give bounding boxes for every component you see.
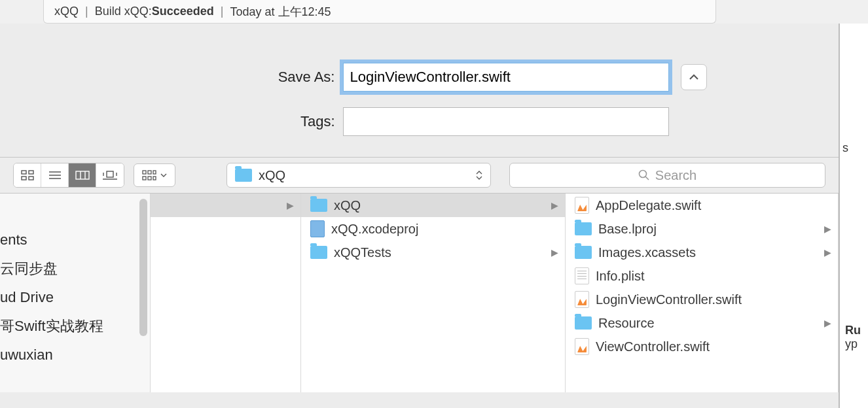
- swift-file-icon: [575, 338, 589, 355]
- arrange-icon: [142, 170, 156, 180]
- plist-file-icon: [575, 267, 589, 284]
- column-3: AppDelegate.swiftBase.lproj▶Images.xcass…: [566, 194, 839, 392]
- file-row[interactable]: Resource▶: [566, 311, 838, 335]
- sidebar-scrollbar[interactable]: [139, 199, 147, 336]
- coverflow-icon: [102, 171, 118, 180]
- build-status-bar: xQQ | Build xQQ: Succeeded | Today at 上午…: [43, 0, 716, 24]
- svg-rect-15: [148, 171, 151, 174]
- svg-rect-16: [153, 171, 156, 174]
- sidebar-item[interactable]: ents: [0, 226, 150, 254]
- column-2: xQQ▶xQQ.xcodeprojxQQTests▶: [301, 194, 566, 392]
- save-as-label: Save As:: [132, 69, 335, 86]
- save-form: Save As: Tags:: [0, 24, 839, 157]
- file-name: ViewController.swift: [596, 339, 710, 354]
- arrange-button[interactable]: [134, 163, 175, 187]
- tags-input[interactable]: [343, 107, 669, 136]
- svg-rect-19: [153, 177, 156, 180]
- svg-rect-2: [22, 177, 26, 180]
- tags-label: Tags:: [132, 113, 335, 130]
- svg-rect-18: [148, 177, 151, 180]
- column-1: ▶: [151, 194, 301, 392]
- search-field[interactable]: Search: [509, 163, 825, 188]
- xcodeproj-icon: [310, 220, 325, 237]
- file-row[interactable]: Images.xcassets▶: [566, 241, 838, 264]
- path-text: xQQ: [259, 168, 469, 183]
- file-row[interactable]: Info.plist: [566, 264, 838, 288]
- file-name: xQQTests: [334, 245, 391, 260]
- svg-rect-3: [29, 177, 33, 180]
- swift-file-icon: [575, 291, 589, 308]
- file-row[interactable]: Base.lproj▶: [566, 217, 838, 241]
- file-row[interactable]: AppDelegate.swift: [566, 194, 838, 217]
- file-name: xQQ: [334, 198, 361, 213]
- stepper-icon: [476, 171, 482, 180]
- folder-icon: [575, 246, 592, 259]
- svg-point-20: [639, 171, 646, 178]
- chevron-down-icon: [160, 173, 167, 177]
- column-row[interactable]: ▶: [151, 194, 300, 217]
- disclosure-arrow-icon: ▶: [551, 247, 558, 258]
- browser-toolbar: xQQ Search: [0, 157, 839, 194]
- sidebar-item[interactable]: ud Drive: [0, 284, 150, 311]
- file-name: LoginViewController.swift: [596, 292, 742, 307]
- inspector-fragment: yp: [842, 337, 868, 351]
- status-project: xQQ: [54, 5, 79, 18]
- grid-icon: [21, 170, 34, 180]
- swift-file-icon: [575, 197, 589, 214]
- svg-rect-7: [76, 171, 89, 179]
- folder-icon: [235, 169, 252, 182]
- column-view-button[interactable]: [69, 163, 96, 187]
- icon-view-button[interactable]: [14, 163, 41, 187]
- svg-rect-1: [29, 171, 33, 174]
- inspector-fragment: Ru: [842, 324, 868, 337]
- folder-icon: [575, 316, 592, 330]
- file-row[interactable]: LoginViewController.swift: [566, 288, 838, 311]
- svg-rect-10: [107, 171, 113, 177]
- separator: |: [85, 5, 88, 18]
- file-row[interactable]: xQQTests▶: [301, 241, 565, 264]
- folder-icon: [310, 246, 327, 259]
- search-icon: [638, 169, 650, 181]
- view-mode-group: [13, 163, 124, 188]
- tags-row: Tags:: [132, 107, 707, 136]
- file-name: Info.plist: [596, 269, 644, 284]
- list-icon: [48, 171, 62, 180]
- list-view-button[interactable]: [41, 163, 69, 187]
- sidebar-item[interactable]: 云同步盘: [0, 254, 150, 284]
- path-popup[interactable]: xQQ: [226, 163, 491, 188]
- folder-icon: [575, 222, 592, 235]
- svg-rect-14: [143, 171, 146, 174]
- sidebar-item[interactable]: 哥Swift实战教程: [0, 311, 150, 341]
- disclosure-arrow-icon: ▶: [824, 247, 831, 258]
- svg-rect-17: [143, 177, 146, 180]
- save-dialog: Save As: Tags:: [0, 24, 839, 408]
- inspector-fragment: s: [840, 141, 868, 155]
- file-name: Resource: [598, 316, 655, 331]
- columns-icon: [75, 171, 90, 180]
- disclosure-arrow-icon: ▶: [824, 318, 831, 328]
- file-row[interactable]: ViewController.swift: [566, 335, 838, 358]
- svg-line-21: [645, 177, 649, 180]
- inspector-panel: s Ru yp: [839, 24, 868, 408]
- disclosure-arrow-icon: ▶: [287, 200, 294, 211]
- file-name: AppDelegate.swift: [596, 198, 701, 213]
- file-name: Images.xcassets: [598, 245, 696, 260]
- svg-rect-0: [22, 171, 26, 174]
- coverflow-view-button[interactable]: [96, 163, 124, 187]
- save-as-input[interactable]: [343, 63, 669, 92]
- disclosure-arrow-icon: ▶: [551, 200, 558, 211]
- file-row[interactable]: xQQ.xcodeproj: [301, 217, 565, 241]
- file-browser: ents 云同步盘 ud Drive 哥Swift实战教程 uwuxian ▶ …: [0, 194, 839, 392]
- chevron-up-icon: [689, 74, 699, 80]
- file-name: Base.lproj: [598, 222, 657, 237]
- disclosure-arrow-icon: ▶: [824, 224, 831, 234]
- status-build-result: Succeeded: [152, 5, 214, 18]
- file-name: xQQ.xcodeproj: [331, 222, 418, 237]
- separator: |: [221, 5, 224, 18]
- save-as-row: Save As:: [132, 63, 707, 92]
- status-build-prefix: Build xQQ:: [95, 5, 152, 18]
- search-placeholder: Search: [655, 168, 696, 183]
- file-row[interactable]: xQQ▶: [301, 194, 565, 217]
- sidebar-item[interactable]: uwuxian: [0, 341, 150, 369]
- expand-collapse-button[interactable]: [681, 64, 707, 90]
